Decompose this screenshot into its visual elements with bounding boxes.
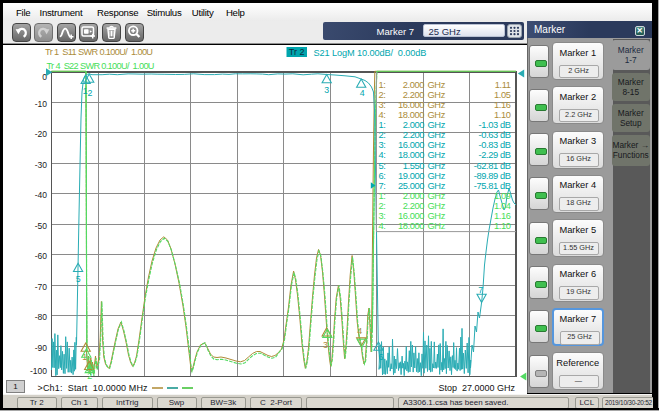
svg-text:GHz: GHz — [428, 181, 446, 191]
svg-text:7:: 7: — [378, 181, 385, 191]
svg-text:GHz: GHz — [428, 140, 446, 150]
svg-text:18.000: 18.000 — [398, 150, 424, 160]
svg-text:16.000: 16.000 — [398, 140, 424, 150]
svg-text:2:: 2: — [378, 201, 385, 211]
svg-text:6: 6 — [379, 352, 384, 362]
svg-text:-2.29 dB: -2.29 dB — [479, 150, 511, 160]
svg-text:4:: 4: — [378, 110, 385, 120]
svg-text:-1.03 dB: -1.03 dB — [479, 120, 511, 130]
svg-text:3:: 3: — [378, 100, 385, 110]
svg-text:-80: -80 — [35, 312, 48, 322]
svg-text:3:: 3: — [378, 140, 385, 150]
svg-text:-30: -30 — [35, 160, 48, 170]
svg-text:2: 2 — [87, 371, 92, 381]
svg-text:GHz: GHz — [428, 120, 446, 130]
svg-text:Tr 4 S22 SWR 0.100U/ 1.00U: Tr 4 S22 SWR 0.100U/ 1.00U — [47, 61, 155, 71]
svg-text:GHz: GHz — [428, 110, 446, 120]
svg-text:1.10: 1.10 — [494, 221, 511, 231]
svg-text:5:: 5: — [378, 161, 385, 171]
svg-text:GHz: GHz — [428, 90, 446, 100]
svg-text:GHz: GHz — [428, 191, 446, 201]
svg-text:-100: -100 — [30, 366, 47, 376]
svg-text:-20: -20 — [35, 129, 48, 139]
svg-text:2:: 2: — [378, 130, 385, 140]
svg-text:18.000: 18.000 — [398, 110, 424, 120]
svg-text:-0.83 dB: -0.83 dB — [479, 140, 511, 150]
svg-text:1.11: 1.11 — [495, 80, 511, 90]
svg-text:GHz: GHz — [428, 80, 446, 90]
svg-text:16.000: 16.000 — [398, 211, 424, 221]
svg-text:1.16: 1.16 — [494, 100, 511, 110]
svg-text:4:: 4: — [378, 221, 385, 231]
svg-text:1.04: 1.04 — [494, 201, 511, 211]
svg-text:Stop 27.0000 GHz: Stop 27.0000 GHz — [438, 383, 515, 393]
svg-text:-90: -90 — [35, 343, 48, 353]
svg-text:3: 3 — [324, 85, 329, 95]
svg-text:-10: -10 — [35, 99, 48, 109]
svg-text:1.05: 1.05 — [494, 90, 511, 100]
svg-text:-50: -50 — [35, 221, 48, 231]
svg-text:2.200: 2.200 — [403, 201, 424, 211]
svg-text:25.000: 25.000 — [398, 181, 424, 191]
svg-text:GHz: GHz — [428, 130, 446, 140]
svg-text:2.000: 2.000 — [403, 80, 424, 90]
svg-text:GHz: GHz — [428, 150, 446, 160]
svg-text:4: 4 — [360, 88, 365, 98]
svg-text:-40: -40 — [35, 190, 48, 200]
svg-text:-89.89 dB: -89.89 dB — [474, 171, 511, 181]
svg-text:Tr 2: Tr 2 — [289, 47, 305, 57]
svg-text:GHz: GHz — [428, 100, 446, 110]
svg-text:-0.63 dB: -0.63 dB — [479, 130, 511, 140]
svg-text:2.000: 2.000 — [403, 191, 424, 201]
svg-text:4: 4 — [357, 326, 362, 336]
svg-text:19.000: 19.000 — [398, 171, 424, 181]
svg-text:-62.81 dB: -62.81 dB — [474, 161, 511, 171]
svg-text:1:: 1: — [378, 80, 385, 90]
svg-text:6:: 6: — [378, 171, 385, 181]
svg-text:2:: 2: — [378, 90, 385, 100]
svg-text:1:: 1: — [378, 120, 385, 130]
svg-text:3:: 3: — [378, 211, 385, 221]
svg-text:2.200: 2.200 — [403, 130, 424, 140]
svg-text:-75.81 dB: -75.81 dB — [474, 181, 511, 191]
svg-text:1.09: 1.09 — [494, 191, 511, 201]
svg-text:-70: -70 — [35, 282, 48, 292]
svg-text:GHz: GHz — [428, 221, 446, 231]
svg-text:2.200: 2.200 — [403, 90, 424, 100]
svg-text:3: 3 — [323, 340, 328, 350]
svg-text:16.000: 16.000 — [398, 100, 424, 110]
svg-text:1.10: 1.10 — [494, 110, 511, 120]
svg-text:1.550: 1.550 — [403, 161, 424, 171]
svg-text:GHz: GHz — [428, 201, 446, 211]
svg-text:5: 5 — [76, 274, 81, 284]
svg-text:1:: 1: — [378, 191, 385, 201]
svg-text:-60: -60 — [35, 251, 48, 261]
svg-text:Tr 1 S11 SWR 0.100U/ 1.00U: Tr 1 S11 SWR 0.100U/ 1.00U — [45, 47, 153, 57]
svg-text:S21 LogM 10.00dB/ 0.00dB: S21 LogM 10.00dB/ 0.00dB — [314, 48, 427, 58]
svg-text:4:: 4: — [378, 150, 385, 160]
svg-text:>Ch1: Start 10.0000 MHz: >Ch1: Start 10.0000 MHz — [38, 383, 149, 393]
svg-text:1.16: 1.16 — [494, 211, 511, 221]
svg-text:GHz: GHz — [428, 171, 446, 181]
svg-text:GHz: GHz — [428, 161, 446, 171]
svg-text:2: 2 — [87, 88, 92, 98]
svg-text:2.000: 2.000 — [403, 120, 424, 130]
svg-text:7: 7 — [478, 285, 483, 295]
svg-text:GHz: GHz — [428, 211, 446, 221]
svg-text:18.000: 18.000 — [398, 221, 424, 231]
